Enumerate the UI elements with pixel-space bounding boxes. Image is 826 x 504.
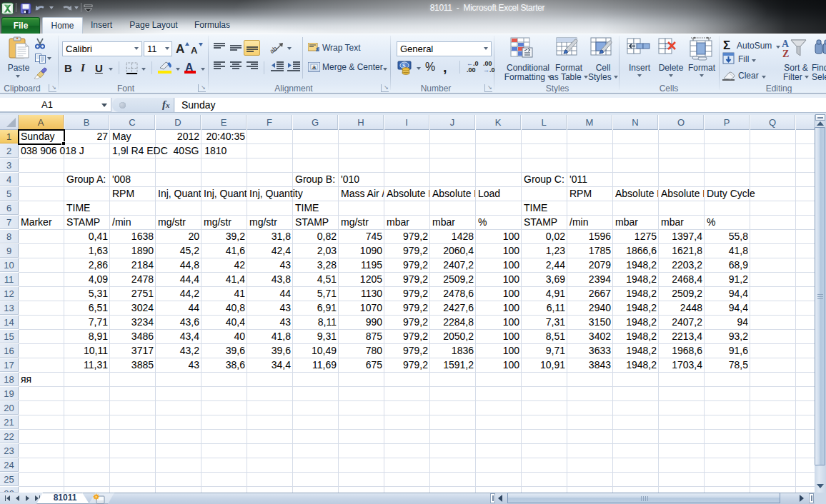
svg-text:Z: Z xyxy=(782,49,789,59)
svg-text:ab: ab xyxy=(270,45,279,54)
svg-text:A: A xyxy=(782,39,790,49)
svg-text:a: a xyxy=(312,64,316,71)
